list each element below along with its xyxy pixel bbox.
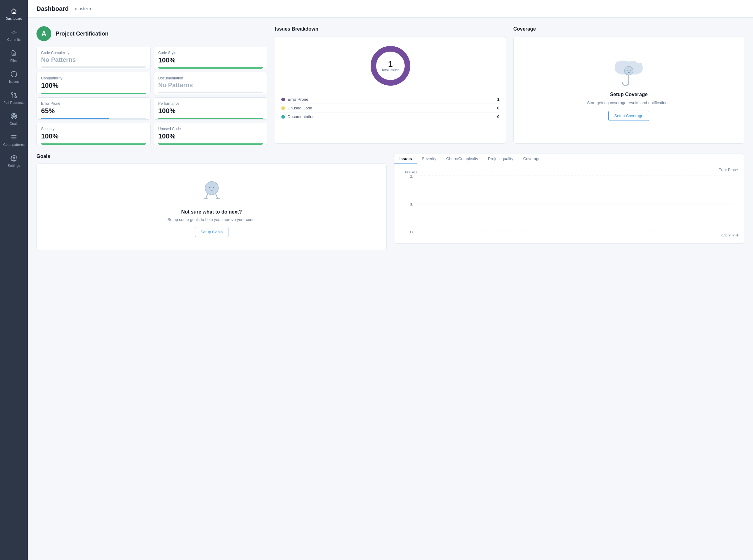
sidebar-item-files[interactable]: Files bbox=[0, 45, 28, 66]
sidebar-item-dashboard[interactable]: Dashboard bbox=[0, 3, 28, 24]
goals-empty-desc: Setup some goals to help you improve you… bbox=[167, 217, 256, 222]
cert-card-value: No Patterns bbox=[158, 82, 263, 89]
goals-card: Not sure what to do next? Setup some goa… bbox=[37, 163, 387, 250]
legend-label-error-prone: Error Prone bbox=[288, 97, 308, 102]
issues-icon bbox=[9, 70, 18, 79]
tab-severity[interactable]: Severity bbox=[417, 154, 441, 164]
issues-breakdown-section: Issues Breakdown 1 Total Issues bbox=[275, 26, 506, 145]
sidebar-label-pull-requests: Pull Requests bbox=[3, 101, 24, 104]
legend-dot-unused-code bbox=[281, 106, 285, 110]
goals-icon bbox=[9, 112, 18, 121]
cert-card-value: 100% bbox=[158, 56, 263, 64]
content-area: A Project Certification Code Complexity … bbox=[28, 18, 753, 560]
cert-card-label: Performance bbox=[158, 101, 263, 106]
sidebar-item-commits[interactable]: Commits bbox=[0, 24, 28, 45]
setup-coverage-button[interactable]: Setup Coverage bbox=[608, 111, 649, 121]
sidebar-label-dashboard: Dashboard bbox=[5, 17, 22, 20]
coverage-setup-title: Setup Coverage bbox=[610, 92, 648, 97]
setup-goals-button[interactable]: Setup Goals bbox=[195, 227, 229, 237]
cert-card-unused-code[interactable]: Unused Code 100% bbox=[154, 123, 268, 145]
issues-legend: Error Prone 1 Unused Code 0 bbox=[281, 95, 499, 121]
svg-text:2: 2 bbox=[410, 175, 413, 178]
donut-label: Total Issues bbox=[381, 68, 399, 72]
chart-legend-label: Error Prone bbox=[719, 168, 738, 172]
project-certification-section: A Project Certification Code Complexity … bbox=[37, 26, 267, 145]
svg-text:Commits: Commits bbox=[721, 233, 739, 237]
sidebar-item-pull-requests[interactable]: Pull Requests bbox=[0, 87, 28, 108]
sidebar: Dashboard Commits Files Issues bbox=[0, 0, 28, 560]
legend-label-unused-code: Unused Code bbox=[288, 106, 312, 110]
cert-card-label: Compatibility bbox=[41, 76, 146, 80]
cert-card-documentation[interactable]: Documentation No Patterns bbox=[154, 72, 268, 94]
sidebar-label-issues: Issues bbox=[9, 80, 19, 83]
sidebar-label-code-patterns: Code patterns bbox=[3, 143, 24, 146]
svg-point-10 bbox=[12, 115, 16, 118]
svg-point-11 bbox=[13, 116, 15, 117]
cert-card-label: Unused Code bbox=[158, 127, 263, 131]
chart-area: Error Prone 2 1 0 Issues Commits bbox=[394, 164, 744, 243]
chart-tabs: Issues Severity Churn/Complexity Project… bbox=[394, 154, 744, 164]
goals-empty-title: Not sure what to do next? bbox=[181, 209, 242, 215]
cert-card-performance[interactable]: Performance 100% bbox=[154, 97, 268, 120]
sidebar-label-files: Files bbox=[10, 59, 17, 62]
sidebar-item-settings[interactable]: Settings bbox=[0, 150, 28, 171]
cert-card-compatibility[interactable]: Compatibility 100% bbox=[37, 72, 151, 94]
cert-card-value: 100% bbox=[41, 82, 146, 89]
sidebar-item-code-patterns[interactable]: Code patterns bbox=[0, 129, 28, 150]
goals-section: Goals bbox=[37, 154, 387, 250]
cert-card-value: 100% bbox=[158, 132, 263, 140]
legend-dot-error-prone bbox=[281, 98, 285, 101]
legend-dot-documentation bbox=[281, 115, 285, 119]
cert-card-label: Error Prone bbox=[41, 101, 146, 106]
svg-text:1: 1 bbox=[410, 202, 413, 206]
dashboard-icon bbox=[9, 7, 18, 16]
svg-point-6 bbox=[15, 96, 17, 98]
cert-card-value: 100% bbox=[41, 132, 146, 140]
chart-section: Issues Severity Churn/Complexity Project… bbox=[394, 154, 744, 250]
code-patterns-icon bbox=[9, 133, 18, 142]
coverage-card: Setup Coverage Start getting coverage re… bbox=[513, 36, 744, 144]
coverage-setup-desc: Start getting coverage results and notif… bbox=[587, 100, 671, 106]
cert-title: Project Certification bbox=[56, 31, 108, 37]
pull-requests-icon bbox=[9, 91, 18, 100]
tab-issues[interactable]: Issues bbox=[394, 154, 417, 164]
sidebar-label-settings: Settings bbox=[8, 164, 20, 167]
branch-selector[interactable]: master ▾ bbox=[72, 5, 94, 12]
header: Dashboard master ▾ bbox=[28, 0, 753, 18]
cert-header: A Project Certification bbox=[37, 26, 267, 41]
svg-text:0: 0 bbox=[410, 230, 413, 234]
top-row: A Project Certification Code Complexity … bbox=[37, 26, 744, 145]
donut-total: 1 bbox=[381, 60, 399, 68]
coverage-section: Coverage bbox=[513, 26, 744, 145]
coverage-title: Coverage bbox=[513, 26, 744, 32]
tab-project-quality[interactable]: Project quality bbox=[483, 154, 518, 164]
bottom-row: Goals bbox=[37, 154, 744, 250]
legend-row-unused-code: Unused Code 0 bbox=[281, 104, 499, 113]
svg-point-19 bbox=[627, 69, 628, 71]
cert-card-label: Code Style bbox=[158, 51, 263, 55]
sidebar-label-goals: Goals bbox=[9, 122, 19, 125]
donut-center: 1 Total Issues bbox=[381, 60, 399, 72]
coverage-mascot-icon bbox=[613, 59, 644, 87]
donut-chart: 1 Total Issues bbox=[367, 43, 414, 89]
sidebar-item-issues[interactable]: Issues bbox=[0, 66, 28, 87]
tab-churn-complexity[interactable]: Churn/Complexity bbox=[441, 154, 483, 164]
legend-count-error-prone: 1 bbox=[497, 97, 499, 102]
chart-card: Issues Severity Churn/Complexity Project… bbox=[394, 154, 744, 243]
cert-card-code-complexity[interactable]: Code Complexity No Patterns bbox=[37, 47, 151, 69]
page-title: Dashboard bbox=[37, 5, 68, 12]
issues-breakdown-card: 1 Total Issues Error Prone 1 bbox=[275, 36, 506, 144]
chart-legend-line bbox=[711, 170, 717, 170]
cert-card-security[interactable]: Security 100% bbox=[37, 123, 151, 145]
project-avatar: A bbox=[37, 26, 51, 41]
cert-card-label: Code Complexity bbox=[41, 51, 146, 55]
tab-coverage[interactable]: Coverage bbox=[518, 154, 545, 164]
chevron-down-icon: ▾ bbox=[89, 6, 92, 11]
sidebar-item-goals[interactable]: Goals bbox=[0, 108, 28, 129]
svg-point-21 bbox=[205, 181, 218, 195]
legend-count-unused-code: 0 bbox=[497, 106, 499, 110]
cert-card-code-style[interactable]: Code Style 100% bbox=[154, 47, 268, 69]
chart-legend: Error Prone bbox=[711, 168, 738, 172]
cert-card-error-prone[interactable]: Error Prone 65% bbox=[37, 97, 151, 120]
svg-point-23 bbox=[213, 187, 214, 188]
